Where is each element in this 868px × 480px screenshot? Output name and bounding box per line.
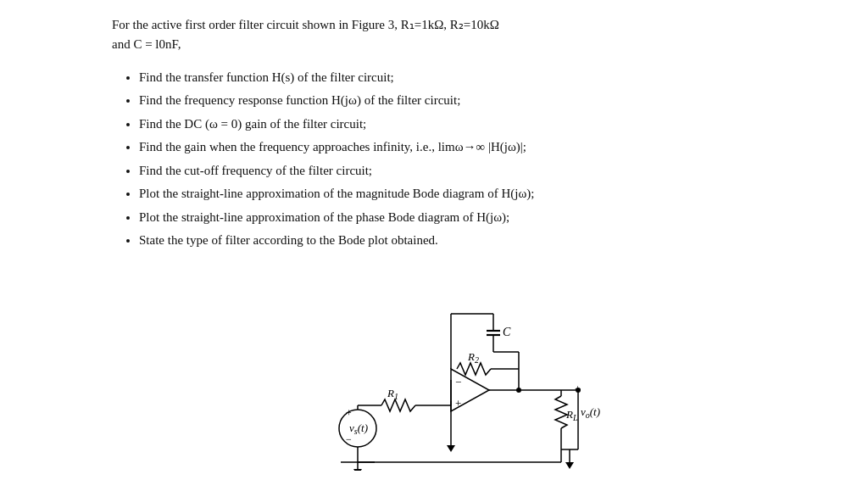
svg-point-16 [516, 388, 521, 393]
circuit-svg: + − C R2 [256, 267, 612, 471]
intro-paragraph: For the active first order filter circui… [112, 15, 756, 55]
bullet-item: Plot the straight-line approximation of … [139, 207, 756, 229]
svg-text:vs(t): vs(t) [349, 421, 368, 436]
bullet-item: Find the transfer function H(s) of the f… [139, 67, 756, 89]
bullet-item: Plot the straight-line approximation of … [139, 183, 756, 205]
svg-text:−: − [455, 376, 461, 388]
bullet-item: Find the frequency response function H(j… [139, 90, 756, 112]
task-list: Find the transfer function H(s) of the f… [112, 67, 756, 252]
bullet-item: Find the gain when the frequency approac… [139, 137, 756, 159]
bullet-item: Find the DC (ω = 0) gain of the filter c… [139, 114, 756, 136]
svg-marker-39 [353, 469, 362, 471]
svg-marker-26 [565, 462, 574, 469]
svg-text:C: C [503, 326, 511, 338]
svg-text:R1: R1 [387, 387, 398, 401]
bullet-item: State the type of filter according to th… [139, 230, 756, 252]
svg-text:vo(t): vo(t) [581, 405, 600, 420]
svg-text:+: + [346, 407, 352, 419]
svg-text:R2: R2 [467, 350, 479, 365]
svg-text:+: + [455, 397, 461, 410]
bullet-item: Find the cut-off frequency of the filter… [139, 160, 756, 182]
svg-marker-44 [447, 445, 455, 452]
circuit-diagram: + − C R2 [112, 267, 756, 471]
main-content: For the active first order filter circui… [112, 15, 756, 471]
svg-text:−: − [346, 433, 352, 445]
intro-line1: For the active first order filter circui… [112, 18, 499, 31]
intro-line2: and C = l0nF, [112, 37, 181, 51]
